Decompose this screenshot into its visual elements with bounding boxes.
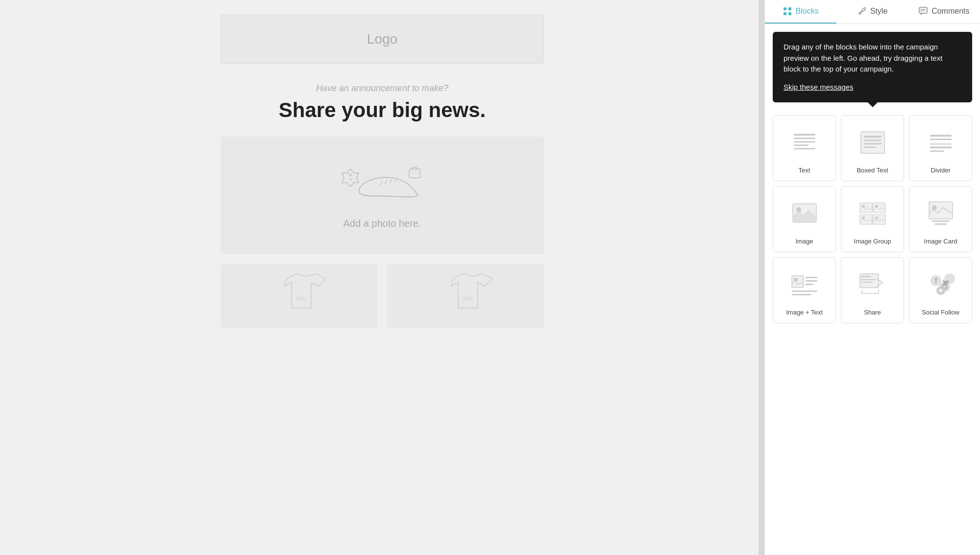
- tab-comments-label: Comments: [931, 7, 969, 16]
- block-item-text[interactable]: Text: [773, 115, 836, 181]
- svg-rect-53: [792, 294, 811, 295]
- svg-text:50%: 50%: [296, 296, 306, 302]
- svg-rect-11: [784, 7, 786, 10]
- svg-rect-31: [930, 146, 952, 148]
- image-group-block-icon: [858, 194, 887, 233]
- svg-rect-23: [861, 132, 884, 153]
- tooltip-message: Drag any of the blocks below into the ca…: [784, 42, 961, 75]
- logo-placeholder: Logo: [367, 31, 397, 47]
- svg-rect-57: [861, 282, 873, 283]
- svg-rect-49: [806, 277, 817, 278]
- scrollbar[interactable]: [759, 0, 764, 555]
- svg-rect-46: [935, 223, 947, 225]
- divider-block-icon: [926, 123, 956, 162]
- tab-blocks[interactable]: Blocks: [765, 0, 836, 24]
- col-block-left[interactable]: 50%: [220, 264, 377, 328]
- svg-rect-24: [864, 136, 882, 138]
- svg-rect-27: [864, 146, 876, 148]
- svg-rect-13: [784, 12, 786, 15]
- paint-icon: [858, 7, 866, 16]
- shoe-illustration: 10 %: [333, 162, 431, 211]
- social-follow-block-label: Social Follow: [922, 309, 959, 316]
- photo-placeholder-content: 10 %: [230, 162, 534, 229]
- svg-rect-29: [930, 139, 952, 140]
- svg-line-4: [385, 180, 387, 184]
- block-item-divider[interactable]: Divider: [909, 115, 972, 181]
- boxed-text-block-label: Boxed Text: [857, 167, 888, 174]
- block-item-image-group[interactable]: Image Group: [841, 186, 904, 252]
- block-item-boxed-text[interactable]: Boxed Text: [841, 115, 904, 181]
- image-text-block-label: Image + Text: [786, 309, 823, 316]
- svg-rect-22: [794, 148, 815, 149]
- block-item-image[interactable]: Image: [773, 186, 836, 252]
- skip-messages-link[interactable]: Skip these messages: [784, 83, 854, 91]
- image-card-block-label: Image Card: [924, 238, 957, 245]
- svg-line-3: [380, 182, 382, 185]
- block-item-share[interactable]: Share: [841, 257, 904, 323]
- svg-rect-26: [864, 143, 882, 145]
- text-block-label: Text: [799, 167, 810, 174]
- svg-rect-28: [930, 135, 952, 137]
- svg-rect-15: [919, 7, 927, 13]
- image-block-icon: [790, 194, 819, 233]
- announcement-subtitle: Have an announcement to make?: [220, 83, 544, 94]
- image-block-label: Image: [795, 238, 813, 245]
- tab-comments[interactable]: Comments: [908, 0, 980, 24]
- share-block-icon: [858, 265, 887, 304]
- svg-rect-32: [930, 150, 944, 152]
- block-item-image-text[interactable]: Image + Text: [773, 257, 836, 323]
- svg-rect-47: [792, 276, 804, 288]
- right-panel: Blocks Style Comments Drag any: [764, 0, 980, 555]
- comment-icon: [919, 7, 928, 16]
- preview-content: Logo Have an announcement to make? Share…: [220, 15, 544, 328]
- tab-blocks-label: Blocks: [796, 7, 819, 16]
- svg-line-6: [394, 179, 397, 183]
- tab-style[interactable]: Style: [836, 0, 908, 24]
- block-item-social-follow[interactable]: f Social Follow: [909, 257, 972, 323]
- svg-rect-19: [794, 138, 815, 139]
- photo-block[interactable]: 10 %: [220, 137, 544, 254]
- svg-text:50%: 50%: [463, 296, 473, 302]
- announcement-block: Have an announcement to make? Share your…: [220, 83, 544, 122]
- col-block-right[interactable]: 50%: [387, 264, 544, 328]
- svg-rect-25: [864, 140, 882, 141]
- preview-area: Logo Have an announcement to make? Share…: [0, 0, 764, 555]
- svg-rect-52: [792, 290, 817, 292]
- divider-block-label: Divider: [931, 167, 950, 174]
- blocks-grid: Text Boxed Text: [765, 110, 980, 328]
- announcement-title: Share your big news.: [220, 98, 544, 122]
- tooltip-box: Drag any of the blocks below into the ca…: [773, 32, 972, 102]
- svg-rect-20: [794, 141, 815, 143]
- svg-line-5: [390, 179, 392, 183]
- svg-rect-51: [806, 284, 813, 285]
- svg-rect-21: [794, 145, 808, 146]
- photo-add-text: Add a photo here.: [343, 218, 421, 229]
- image-card-block-icon: [926, 194, 956, 233]
- image-group-block-label: Image Group: [854, 238, 891, 245]
- grid-icon: [783, 7, 792, 16]
- svg-rect-12: [788, 7, 791, 10]
- social-follow-block-icon: f: [926, 265, 956, 304]
- svg-rect-7: [409, 169, 420, 178]
- text-block-icon: [790, 123, 819, 162]
- svg-rect-50: [806, 280, 817, 282]
- svg-text:f: f: [934, 277, 937, 285]
- boxed-text-block-icon: [858, 123, 887, 162]
- share-block-label: Share: [864, 309, 881, 316]
- image-text-block-icon: [790, 265, 819, 304]
- tabs-bar: Blocks Style Comments: [765, 0, 980, 24]
- two-col-row: 50% 50%: [220, 264, 544, 328]
- svg-rect-45: [932, 220, 950, 222]
- tab-style-label: Style: [870, 7, 888, 16]
- logo-block[interactable]: Logo: [220, 15, 544, 64]
- block-item-image-card[interactable]: Image Card: [909, 186, 972, 252]
- svg-text:10: 10: [348, 173, 352, 176]
- svg-rect-55: [861, 276, 871, 277]
- svg-rect-18: [794, 134, 815, 136]
- svg-text:%: %: [348, 177, 352, 182]
- svg-rect-14: [788, 12, 791, 15]
- svg-rect-56: [861, 279, 876, 280]
